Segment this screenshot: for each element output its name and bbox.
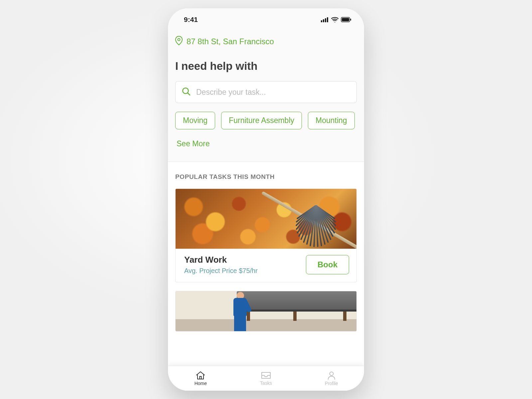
chip-mounting[interactable]: Mounting bbox=[308, 112, 355, 129]
search-input[interactable] bbox=[196, 88, 350, 97]
task-card-subtitle: Avg. Project Price $75/hr bbox=[184, 267, 258, 275]
svg-rect-5 bbox=[342, 18, 349, 21]
svg-rect-2 bbox=[325, 18, 326, 22]
svg-rect-1 bbox=[323, 19, 324, 22]
page-heading: I need help with bbox=[175, 60, 357, 72]
task-card-second[interactable] bbox=[175, 291, 357, 332]
status-time: 9:41 bbox=[184, 16, 198, 24]
task-card-body: Yard Work Avg. Project Price $75/hr Book bbox=[176, 249, 356, 282]
search-icon bbox=[182, 87, 191, 97]
search-box[interactable] bbox=[175, 81, 357, 103]
task-card-yard-work[interactable]: Yard Work Avg. Project Price $75/hr Book bbox=[175, 189, 357, 282]
task-card-image bbox=[176, 189, 356, 249]
cellular-icon bbox=[321, 17, 329, 22]
header-area: 87 8th St, San Francisco I need help wit… bbox=[168, 27, 364, 162]
svg-rect-10 bbox=[200, 376, 201, 379]
tab-label: Tasks bbox=[260, 380, 272, 386]
tab-label: Home bbox=[195, 381, 207, 386]
tab-home[interactable]: Home bbox=[168, 366, 233, 391]
tab-bar: Home Tasks Profile bbox=[168, 366, 364, 391]
battery-icon bbox=[341, 17, 351, 22]
status-icons bbox=[321, 17, 351, 22]
status-bar: 9:41 bbox=[168, 8, 364, 27]
location-pin-icon bbox=[175, 36, 183, 47]
svg-point-7 bbox=[178, 39, 180, 41]
see-more-link[interactable]: See More bbox=[175, 135, 211, 152]
svg-line-9 bbox=[188, 93, 190, 95]
chip-moving[interactable]: Moving bbox=[175, 112, 215, 129]
book-button[interactable]: Book bbox=[306, 255, 349, 274]
category-chips: Moving Furniture Assembly Mounting See M… bbox=[175, 112, 357, 152]
tab-profile[interactable]: Profile bbox=[299, 366, 364, 391]
task-card-title: Yard Work bbox=[184, 255, 258, 265]
stage: 9:41 bbox=[0, 0, 532, 399]
location-row[interactable]: 87 8th St, San Francisco bbox=[175, 36, 357, 47]
phone-frame: 9:41 bbox=[168, 8, 364, 391]
chip-furniture-assembly[interactable]: Furniture Assembly bbox=[221, 112, 302, 129]
svg-rect-0 bbox=[321, 20, 322, 22]
task-card-image-2 bbox=[176, 291, 356, 331]
profile-icon bbox=[327, 371, 336, 380]
inbox-icon bbox=[261, 371, 271, 379]
tab-tasks[interactable]: Tasks bbox=[233, 366, 299, 391]
location-address: 87 8th St, San Francisco bbox=[187, 37, 274, 46]
svg-rect-3 bbox=[327, 17, 328, 22]
content-scroll[interactable]: POPULAR TASKS THIS MONTH Yard Work Avg. … bbox=[168, 162, 364, 366]
home-icon bbox=[196, 371, 205, 380]
wifi-icon bbox=[331, 17, 338, 22]
popular-section-title: POPULAR TASKS THIS MONTH bbox=[168, 162, 364, 186]
svg-point-11 bbox=[330, 372, 333, 375]
svg-rect-6 bbox=[350, 19, 351, 21]
tab-label: Profile bbox=[325, 381, 338, 386]
